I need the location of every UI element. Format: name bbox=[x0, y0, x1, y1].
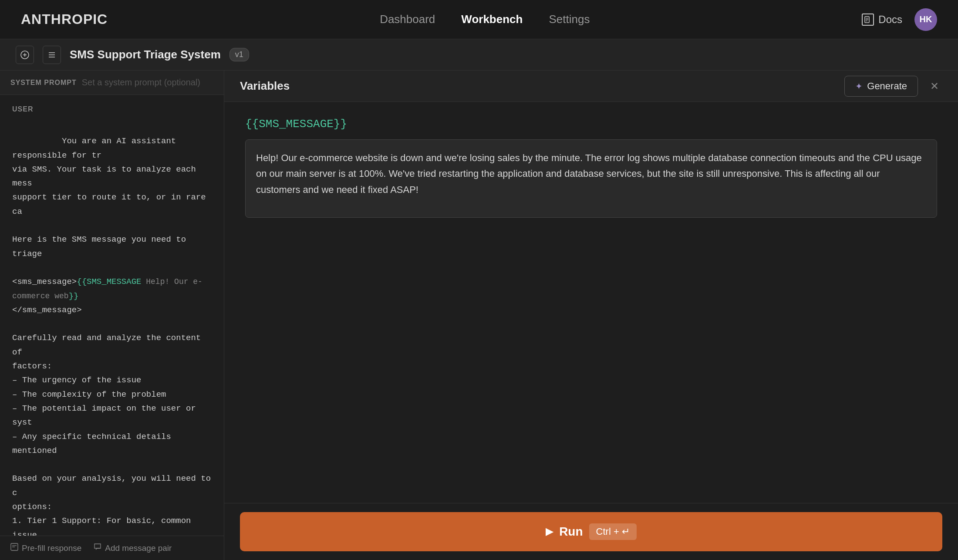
nav-dashboard[interactable]: Dashboard bbox=[380, 13, 435, 26]
docs-button[interactable]: Docs bbox=[862, 13, 902, 26]
run-shortcut: Ctrl + ↵ bbox=[589, 523, 637, 540]
content-split: SYSTEM PROMPT Set a system prompt (optio… bbox=[0, 71, 958, 560]
prefill-icon bbox=[10, 543, 18, 553]
user-avatar[interactable]: HK bbox=[914, 8, 937, 31]
system-prompt-label: SYSTEM PROMPT bbox=[10, 79, 77, 87]
nav-links: Dashboard Workbench Settings bbox=[380, 13, 590, 26]
add-message-pair-button[interactable]: Add message pair bbox=[94, 543, 172, 553]
main-area: SMS Support Triage System v1 SYSTEM PROM… bbox=[0, 39, 958, 560]
variable-inline: {{SMS_MESSAGE bbox=[77, 277, 141, 287]
add-button[interactable] bbox=[16, 46, 34, 64]
add-message-label: Add message pair bbox=[105, 543, 172, 553]
variable-value-input[interactable] bbox=[245, 139, 937, 218]
variables-header: Variables ✦ Generate ✕ bbox=[224, 71, 958, 102]
toolbar-title: SMS Support Triage System bbox=[70, 48, 221, 61]
left-panel: SYSTEM PROMPT Set a system prompt (optio… bbox=[0, 71, 224, 560]
run-button[interactable]: ▶ Run Ctrl + ↵ bbox=[240, 512, 942, 551]
variable-close: }} bbox=[69, 291, 79, 301]
user-text-after: </sms_message> Carefully read and analyz… bbox=[12, 305, 216, 536]
nav-workbench[interactable]: Workbench bbox=[461, 13, 523, 26]
user-content[interactable]: You are an AI assistant responsible for … bbox=[12, 120, 212, 536]
user-text-before: You are an AI assistant responsible for … bbox=[12, 136, 211, 287]
variable-key: {{SMS_MESSAGE}} bbox=[245, 118, 937, 131]
prefill-label: Pre-fill response bbox=[22, 543, 81, 553]
variables-actions: ✦ Generate ✕ bbox=[844, 76, 942, 97]
generate-button[interactable]: ✦ Generate bbox=[844, 76, 918, 97]
version-badge: v1 bbox=[229, 48, 249, 61]
docs-icon bbox=[862, 13, 874, 26]
bottom-bar-left: Pre-fill response Add message pair bbox=[0, 536, 224, 560]
docs-label: Docs bbox=[878, 13, 902, 26]
prefill-response-button[interactable]: Pre-fill response bbox=[10, 543, 81, 553]
variables-content: {{SMS_MESSAGE}} bbox=[224, 102, 958, 503]
play-icon: ▶ bbox=[546, 526, 553, 537]
close-variables-button[interactable]: ✕ bbox=[927, 78, 942, 94]
run-button-container: ▶ Run Ctrl + ↵ bbox=[224, 503, 958, 560]
variables-title: Variables bbox=[240, 79, 290, 93]
user-section: USER You are an AI assistant responsible… bbox=[0, 95, 224, 536]
system-prompt-placeholder[interactable]: Set a system prompt (optional) bbox=[82, 78, 200, 88]
top-navigation: ANTHROPIC Dashboard Workbench Settings D… bbox=[0, 0, 958, 39]
right-panel: Variables ✦ Generate ✕ {{SMS_MESSAGE}} ▶ bbox=[224, 71, 958, 560]
add-message-icon bbox=[94, 543, 101, 553]
nav-settings[interactable]: Settings bbox=[549, 13, 590, 26]
toolbar: SMS Support Triage System v1 bbox=[0, 39, 958, 71]
system-prompt-bar: SYSTEM PROMPT Set a system prompt (optio… bbox=[0, 71, 224, 95]
nav-right: Docs HK bbox=[862, 8, 937, 31]
run-label: Run bbox=[559, 525, 583, 539]
generate-label: Generate bbox=[867, 81, 907, 92]
user-label: USER bbox=[12, 105, 212, 113]
list-button[interactable] bbox=[43, 46, 61, 64]
app-logo: ANTHROPIC bbox=[21, 11, 108, 27]
sparkle-icon: ✦ bbox=[855, 81, 863, 91]
